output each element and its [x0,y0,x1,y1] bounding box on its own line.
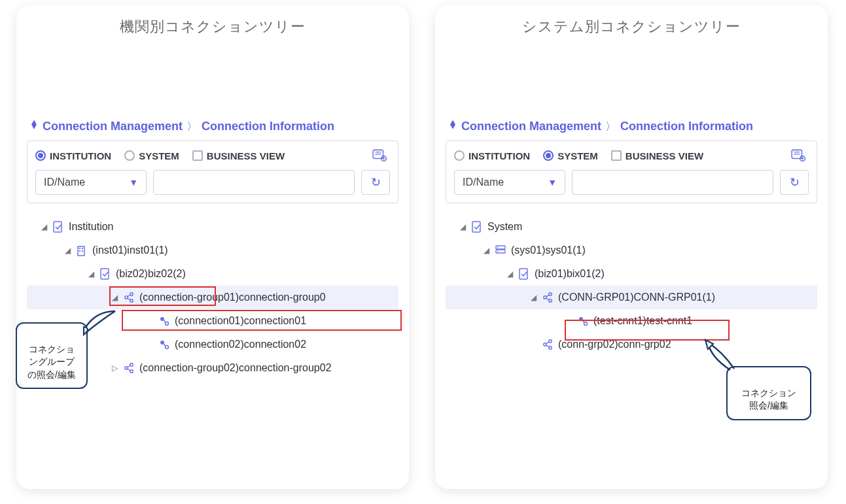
add-action-button[interactable] [372,148,390,163]
checkbox-label: BUSINESS VIEW [207,150,285,161]
radio-icon [35,150,46,161]
tree-label: (biz02)biz02(2) [116,268,186,280]
tree-label: (connection02)connection02 [175,339,306,350]
tree-node-biz[interactable]: ◢ (biz02)biz02(2) [27,262,398,286]
tree-label: (connection-group01)connection-group0 [139,292,326,303]
panel-title: システム別コネクションツリー [435,17,828,37]
search-input[interactable] [572,170,773,195]
connection-icon [576,314,590,328]
breadcrumb: Connection Management 〉 Connection Infor… [435,119,828,141]
doc-check-icon [470,220,484,233]
share-icon [122,291,135,304]
collapse-icon[interactable]: ▷ [111,363,118,373]
callout-text: コネクショ ングループ の照会/編集 [27,344,76,380]
tree-label: (connection01)connection01 [175,315,306,327]
panel-title: 機関別コネクションツリー [16,17,409,37]
radio-institution[interactable]: INSTITUTION [35,150,111,161]
callout-connection-group: コネクショ ングループ の照会/編集 [16,322,88,389]
chevron-down-icon: ▼ [548,177,557,188]
tree-node-conn-group-1[interactable]: ◢ (CONN-GRP01)CONN-GRP01(1) [446,286,817,309]
breadcrumb: Connection Management 〉 Connection Infor… [16,119,409,141]
expand-icon[interactable]: ◢ [87,269,95,278]
tree-label: (connection-group02)connection-group02 [139,362,332,374]
chevron-down-icon: ▼ [129,177,138,188]
tree-label: (sys01)sys01(1) [511,244,586,256]
callout-tail-icon [82,309,119,336]
refresh-icon: ↻ [790,175,800,190]
tree-label: (test-cnnt1)test-cnnt1 [593,315,692,327]
tree-root[interactable]: ◢ Institution [27,215,398,239]
tree-label: Institution [69,221,113,233]
share-icon [541,291,554,304]
add-action-button[interactable] [790,148,809,163]
breadcrumb-sep-icon: 〉 [605,119,616,134]
filter-bar: INSTITUTION SYSTEM BUSINESS VIEW ID/Name… [27,141,398,203]
connection-icon [158,338,171,351]
checkbox-business-view[interactable]: BUSINESS VIEW [611,150,703,161]
checkbox-label: BUSINESS VIEW [626,150,703,161]
search-input[interactable] [153,170,355,195]
expand-icon[interactable]: ◢ [111,293,118,302]
checkbox-icon [611,150,622,161]
refresh-button[interactable]: ↻ [780,170,809,195]
share-icon [541,338,554,351]
breadcrumb-b[interactable]: Connection Information [620,120,753,133]
server-icon [494,244,507,257]
filter-bar: INSTITUTION SYSTEM BUSINESS VIEW ID/Name… [446,141,817,203]
callout-connection: コネクション 照会/編集 [726,366,811,420]
panel-institution: 機関別コネクションツリー Connection Management 〉 Con… [16,5,409,489]
building-icon [75,244,88,257]
expand-icon[interactable]: ◢ [529,293,537,302]
radio-label: SYSTEM [139,150,179,161]
tree-label: (inst01)inst01(1) [92,244,168,256]
tree-node-conn-group-2[interactable]: ◢ (conn-grp02)conn-grp02 [446,333,817,356]
tree-label: (conn-grp02)conn-grp02 [558,339,671,350]
radio-label: INSTITUTION [468,150,530,161]
radio-institution[interactable]: INSTITUTION [454,150,530,161]
tree-node-inst[interactable]: ◢ (inst01)inst01(1) [27,239,398,262]
breadcrumb-b[interactable]: Connection Information [202,120,334,133]
expand-icon[interactable]: ◢ [63,246,71,255]
breadcrumb-a[interactable]: Connection Management [43,120,183,133]
tree-label: (biz01)bix01(2) [535,268,605,280]
tree-node-sys[interactable]: ◢ (sys01)sys01(1) [446,239,817,262]
expand-icon[interactable]: ◢ [40,222,48,231]
tree-label: (CONN-GRP01)CONN-GRP01(1) [558,292,715,303]
callout-text: コネクション 照会/編集 [741,388,796,411]
radio-system[interactable]: SYSTEM [543,150,598,161]
breadcrumb-icon [449,123,457,131]
tree-root[interactable]: ◢ System [446,215,817,239]
radio-label: INSTITUTION [50,150,111,161]
connection-icon [158,314,171,328]
breadcrumb-sep-icon: 〉 [186,119,198,134]
checkbox-icon [192,150,203,161]
select-id-name[interactable]: ID/Name ▼ [35,170,147,195]
checkbox-business-view[interactable]: BUSINESS VIEW [192,150,285,161]
radio-icon [454,150,465,161]
callout-tail-icon [704,339,743,373]
refresh-button[interactable]: ↻ [361,170,390,195]
doc-check-icon [52,220,65,233]
tree-label: System [487,221,522,233]
radio-label: SYSTEM [557,150,598,161]
tree-node-biz[interactable]: ◢ (biz01)bix01(2) [446,262,817,286]
radio-system[interactable]: SYSTEM [124,150,179,161]
tree: ◢ System ◢ (sys01)sys01(1) ◢ (biz01)bix0… [446,215,817,356]
breadcrumb-icon [31,123,39,131]
doc-check-icon [518,267,531,280]
breadcrumb-a[interactable]: Connection Management [461,120,601,133]
refresh-icon: ↻ [371,175,381,190]
expand-icon[interactable]: ◢ [459,222,467,231]
select-label: ID/Name [44,176,85,188]
select-label: ID/Name [463,176,504,188]
expand-icon[interactable]: ◢ [482,246,490,255]
radio-icon [543,150,554,161]
expand-icon[interactable]: ◢ [506,269,514,278]
select-id-name[interactable]: ID/Name ▼ [454,170,565,195]
tree-node-conn-group-1[interactable]: ◢ (connection-group01)connection-group0 [27,286,398,309]
tree-node-test-cnnt[interactable]: (test-cnnt1)test-cnnt1 [446,309,817,333]
doc-check-icon [99,267,112,280]
share-icon [122,361,135,375]
radio-icon [124,150,135,161]
